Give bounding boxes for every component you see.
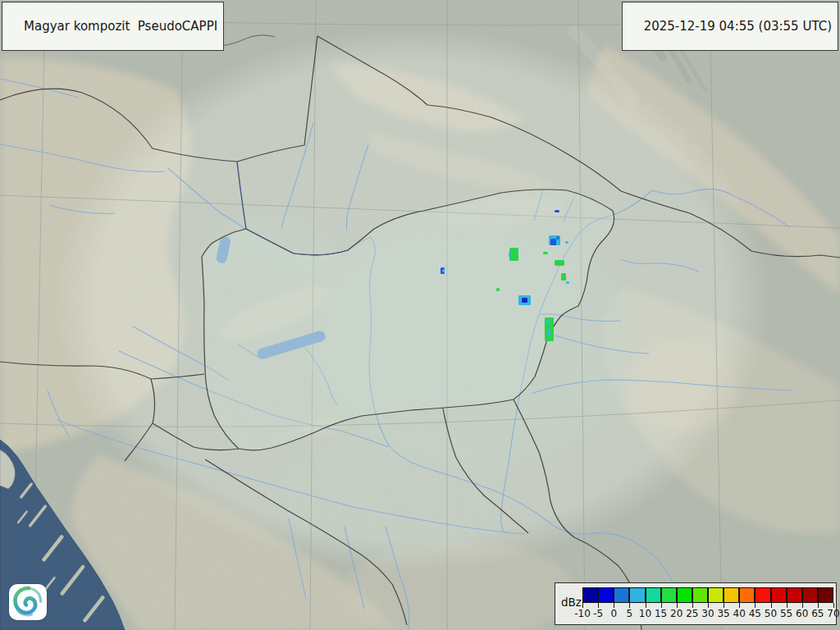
legend-swatches [582, 587, 833, 603]
legend-tick-label: 0 [610, 608, 617, 619]
legend-swatch [692, 587, 708, 603]
legend-swatch [646, 587, 661, 603]
legend-tick-label: 60 [796, 608, 808, 619]
legend-swatch [677, 587, 692, 603]
legend-swatch [771, 587, 787, 603]
legend-swatch [818, 587, 833, 603]
legend-tick-label: -5 [593, 608, 603, 619]
legend-tick-label: 15 [655, 608, 667, 619]
legend-tick-label: 45 [749, 608, 761, 619]
spiral-logo-icon [11, 586, 44, 619]
radar-echo [522, 298, 527, 303]
product-label: Magyar kompozit PseudoCAPPI [24, 19, 217, 34]
radar-echo [546, 319, 550, 324]
radar-echo [442, 269, 445, 272]
legend-tick-label: 10 [639, 608, 651, 619]
legend-tick-label: 70 [827, 608, 839, 619]
legend-swatch [629, 587, 645, 603]
legend-tick-label: 50 [765, 608, 777, 619]
legend-swatch [661, 587, 677, 603]
radar-echo [547, 330, 550, 336]
legend-swatch [708, 587, 724, 603]
legend-swatch [724, 587, 739, 603]
radar-echo [556, 236, 559, 240]
radar-echo [555, 260, 564, 266]
legend-swatch [598, 587, 614, 603]
legend-swatch [739, 587, 755, 603]
radar-echo [496, 288, 500, 291]
legend-tick-label: 20 [670, 608, 682, 619]
legend-swatch [582, 587, 598, 603]
radar-echo [561, 273, 566, 281]
legend-swatch [787, 587, 802, 603]
radar-map [0, 0, 840, 630]
legend-swatch [802, 587, 818, 603]
timestamp: 2025-12-19 04:55 (03:55 UTC) [644, 19, 832, 34]
dbz-legend: dBz -10-50510152025303540455055606570 [555, 582, 837, 625]
radar-echo [555, 210, 559, 212]
dbz-unit-label: dBz [561, 596, 582, 609]
radar-echo [543, 252, 548, 254]
radar-echo [565, 241, 568, 244]
hungaromet-logo [9, 584, 47, 620]
radar-echo [566, 281, 569, 284]
legend-swatch [755, 587, 770, 603]
radar-echo [550, 239, 556, 245]
legend-tick-label: 55 [780, 608, 792, 619]
legend-tick-label: 35 [717, 608, 729, 619]
legend-tick-label: 65 [811, 608, 824, 619]
radar-echo [509, 253, 511, 257]
legend-tick-label: -10 [574, 608, 591, 619]
legend-swatch [614, 587, 629, 603]
legend-tick-label: 40 [733, 608, 746, 619]
timestamp-box: 2025-12-19 04:55 (03:55 UTC) [622, 2, 838, 51]
product-label-box: Magyar kompozit PseudoCAPPI [2, 2, 224, 51]
legend-tick-label: 25 [686, 608, 698, 619]
legend-tick-label: 5 [627, 608, 633, 619]
radar-product-screen: Magyar kompozit PseudoCAPPI 2025-12-19 0… [0, 0, 840, 630]
legend-tick-label: 30 [701, 608, 714, 619]
